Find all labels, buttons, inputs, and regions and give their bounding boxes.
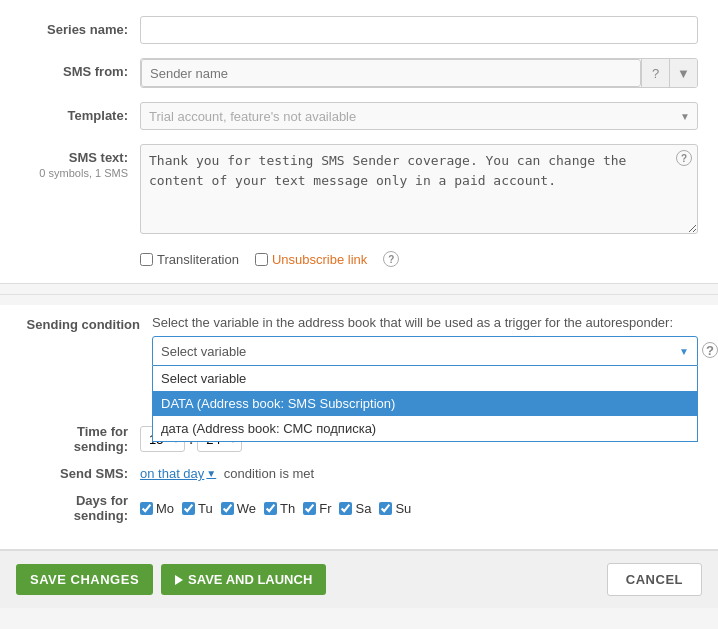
- send-sms-label: Send SMS:: [20, 466, 140, 481]
- sms-from-help-icon[interactable]: ?: [641, 59, 669, 87]
- variable-select-value: Select variable: [161, 344, 246, 359]
- day-checkbox-su[interactable]: [379, 502, 392, 515]
- on-that-day-caret-icon: ▼: [206, 468, 216, 479]
- play-icon: [175, 575, 183, 585]
- on-that-day-text: on that day: [140, 466, 204, 481]
- sending-condition-label: Sending condition: [20, 315, 140, 332]
- sms-text-label-block: SMS text: 0 symbols, 1 SMS: [20, 144, 140, 179]
- days-for-sending-row: Days for sending: Mo Tu We Th Fr: [20, 493, 698, 523]
- day-item-tu: Tu: [182, 501, 213, 516]
- day-label-tu: Tu: [198, 501, 213, 516]
- sms-textarea-wrapper: Thank you for testing SMS Sender coverag…: [140, 144, 698, 237]
- template-control: Trial account, feature's not available: [140, 102, 698, 130]
- sms-text-input[interactable]: Thank you for testing SMS Sender coverag…: [140, 144, 698, 234]
- sms-text-row: SMS text: 0 symbols, 1 SMS Thank you for…: [20, 144, 698, 237]
- condition-content: Select the variable in the address book …: [152, 315, 698, 366]
- day-checkbox-th[interactable]: [264, 502, 277, 515]
- sms-text-help-icon[interactable]: ?: [676, 150, 692, 166]
- transliteration-label[interactable]: Transliteration: [157, 252, 239, 267]
- day-checkbox-fr[interactable]: [303, 502, 316, 515]
- footer-left-buttons: SAVE CHANGES SAVE AND LAUNCH: [16, 564, 326, 595]
- dropdown-option-select[interactable]: Select variable: [153, 366, 697, 391]
- sms-text-sublabel: 0 symbols, 1 SMS: [39, 167, 128, 179]
- condition-row: Sending condition Select the variable in…: [20, 315, 698, 366]
- day-item-sa: Sa: [339, 501, 371, 516]
- variable-select-trigger[interactable]: Select variable ▼: [152, 336, 698, 366]
- sms-from-input[interactable]: [141, 59, 641, 87]
- sms-from-label: SMS from:: [20, 58, 140, 79]
- condition-met-text: condition is met: [224, 466, 314, 481]
- send-sms-row: Send SMS: on that day ▼ condition is met: [20, 466, 698, 481]
- day-checkbox-we[interactable]: [221, 502, 234, 515]
- on-that-day-button[interactable]: on that day ▼: [140, 466, 216, 481]
- dropdown-option-data-ru[interactable]: дата (Address book: СМС подписка): [153, 416, 697, 441]
- checkbox-row: Transliteration Unsubscribe link ?: [20, 251, 698, 267]
- day-label-we: We: [237, 501, 256, 516]
- day-item-mo: Mo: [140, 501, 174, 516]
- day-label-fr: Fr: [319, 501, 331, 516]
- day-item-su: Su: [379, 501, 411, 516]
- day-label-th: Th: [280, 501, 295, 516]
- day-item-fr: Fr: [303, 501, 331, 516]
- day-checkbox-sa[interactable]: [339, 502, 352, 515]
- template-label: Template:: [20, 102, 140, 123]
- footer-bar: SAVE CHANGES SAVE AND LAUNCH CANCEL: [0, 549, 718, 608]
- series-name-control: [140, 16, 698, 44]
- template-select[interactable]: Trial account, feature's not available: [140, 102, 698, 130]
- days-list: Mo Tu We Th Fr Sa: [140, 501, 411, 516]
- variable-select-arrow-icon: ▼: [679, 346, 689, 357]
- day-label-mo: Mo: [156, 501, 174, 516]
- variable-help-icon[interactable]: ?: [702, 342, 718, 358]
- save-changes-button[interactable]: SAVE CHANGES: [16, 564, 153, 595]
- day-checkbox-mo[interactable]: [140, 502, 153, 515]
- day-item-th: Th: [264, 501, 295, 516]
- sms-text-control: Thank you for testing SMS Sender coverag…: [140, 144, 698, 237]
- sms-text-label: SMS text:: [69, 150, 128, 165]
- sms-from-dropdown-icon[interactable]: ▼: [669, 59, 697, 87]
- days-for-sending-label: Days for sending:: [20, 493, 140, 523]
- unsubscribe-help-icon[interactable]: ?: [383, 251, 399, 267]
- template-select-wrapper: Trial account, feature's not available: [140, 102, 698, 130]
- unsubscribe-item: Unsubscribe link: [255, 252, 367, 267]
- day-checkbox-tu[interactable]: [182, 502, 195, 515]
- dropdown-option-data[interactable]: DATA (Address book: SMS Subscription): [153, 391, 697, 416]
- day-label-sa: Sa: [355, 501, 371, 516]
- transliteration-item: Transliteration: [140, 252, 239, 267]
- sms-from-wrapper: ? ▼: [140, 58, 698, 88]
- time-for-sending-label: Time for sending:: [20, 424, 140, 454]
- sms-from-icons: ? ▼: [641, 59, 697, 87]
- section-divider: [0, 294, 718, 295]
- day-item-we: We: [221, 501, 256, 516]
- send-sms-control: on that day ▼ condition is met: [140, 466, 314, 481]
- day-label-su: Su: [395, 501, 411, 516]
- sms-from-control: ? ▼: [140, 58, 698, 88]
- transliteration-checkbox[interactable]: [140, 253, 153, 266]
- unsubscribe-label[interactable]: Unsubscribe link: [272, 252, 367, 267]
- series-name-row: Series name:: [20, 16, 698, 44]
- sms-from-row: SMS from: ? ▼: [20, 58, 698, 88]
- save-and-launch-button[interactable]: SAVE AND LAUNCH: [161, 564, 326, 595]
- variable-dropdown: Select variable DATA (Address book: SMS …: [152, 366, 698, 442]
- sending-condition-section: Sending condition Select the variable in…: [0, 305, 718, 549]
- template-row: Template: Trial account, feature's not a…: [20, 102, 698, 130]
- series-name-label: Series name:: [20, 16, 140, 37]
- save-and-launch-label: SAVE AND LAUNCH: [188, 572, 312, 587]
- cancel-button[interactable]: CANCEL: [607, 563, 702, 596]
- condition-description: Select the variable in the address book …: [152, 315, 698, 330]
- variable-select-wrapper: Select variable ▼ Select variable DATA (…: [152, 336, 698, 366]
- unsubscribe-checkbox[interactable]: [255, 253, 268, 266]
- series-name-input[interactable]: [140, 16, 698, 44]
